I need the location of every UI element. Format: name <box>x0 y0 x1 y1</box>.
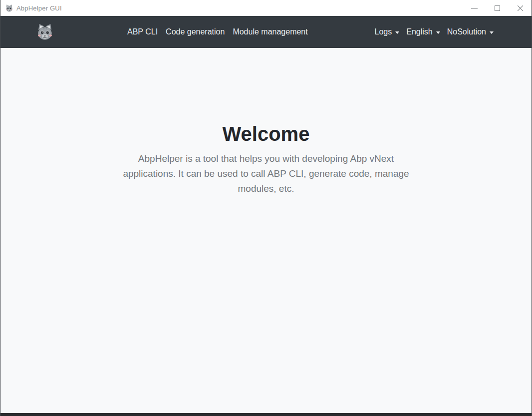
main-content: Welcome AbpHelper is a tool that helps y… <box>0 48 532 413</box>
log-panel-top-edge <box>0 413 532 416</box>
welcome-description: AbpHelper is a tool that helps you with … <box>0 151 532 196</box>
close-icon <box>517 5 524 11</box>
nav-item-abp-cli[interactable]: ABP CLI <box>127 27 158 36</box>
minimize-button[interactable] <box>463 0 486 16</box>
nav-dropdown-solution-label: NoSolution <box>447 27 486 36</box>
nav-dropdown-language[interactable]: English <box>406 27 440 36</box>
minimize-icon <box>471 8 478 8</box>
chevron-down-icon <box>490 31 494 34</box>
welcome-description-line: modules, etc. <box>0 181 532 196</box>
nav-dropdown-solution[interactable]: NoSolution <box>447 27 494 36</box>
nav-dropdown-logs-label: Logs <box>375 27 392 36</box>
nav-dropdown-logs[interactable]: Logs <box>375 27 400 36</box>
window-title: AbpHelper GUI <box>16 4 62 12</box>
app-cat-icon <box>5 4 13 12</box>
chevron-down-icon <box>395 31 399 34</box>
welcome-description-line: AbpHelper is a tool that helps you with … <box>0 151 532 166</box>
chevron-down-icon <box>436 31 440 34</box>
primary-nav: ABP CLI Code generation Module managemen… <box>127 27 308 36</box>
main-navbar: ABP CLI Code generation Module managemen… <box>0 16 532 48</box>
maximize-button[interactable] <box>486 0 509 16</box>
window-controls <box>463 0 532 16</box>
close-button[interactable] <box>509 0 532 16</box>
secondary-nav: Logs English NoSolution <box>375 27 494 36</box>
navbar-brand-logo[interactable] <box>35 22 54 42</box>
maximize-icon <box>495 5 500 11</box>
titlebar: AbpHelper GUI <box>0 0 532 16</box>
welcome-heading: Welcome <box>0 122 532 146</box>
welcome-description-line: applications. It can be used to call ABP… <box>0 166 532 181</box>
nav-item-module-management[interactable]: Module management <box>233 27 307 36</box>
app-window: AbpHelper GUI <box>0 0 532 416</box>
cat-logo-icon <box>35 22 54 41</box>
nav-dropdown-language-label: English <box>406 27 432 36</box>
nav-item-code-generation[interactable]: Code generation <box>166 27 225 36</box>
